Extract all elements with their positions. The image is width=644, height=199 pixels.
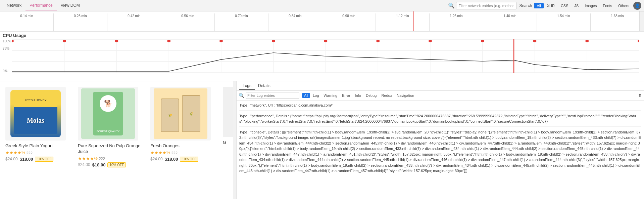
svg-point-17 bbox=[63, 40, 66, 42]
product-image-1: FRESH HONEY Moias bbox=[5, 87, 66, 141]
timeline-tick: 0.56 min bbox=[161, 13, 214, 31]
logs-btn-all[interactable]: All bbox=[302, 93, 310, 98]
svg-point-20 bbox=[219, 40, 223, 42]
logs-filter-bar: 🔍 All Log Warning Error Info Debug Redux… bbox=[237, 91, 644, 101]
main-content: FRESH HONEY Moias Greek Style Plain Yogu… bbox=[0, 81, 644, 199]
filter-btn-xhr[interactable]: XHR bbox=[544, 3, 557, 8]
search-label: Search bbox=[519, 3, 532, 8]
filter-btn-others[interactable]: Others bbox=[615, 3, 632, 8]
price-new-2: $18.00 bbox=[92, 162, 106, 167]
discount-badge-3: 10% OFF bbox=[180, 157, 198, 162]
timeline-tick: 1.40 min bbox=[483, 13, 537, 31]
product-card-3[interactable]: 🌾 🌾 Fresh Oranges ★★★★½ 222 $24.00 $18.0… bbox=[150, 87, 217, 162]
cpu-y-0: 0% bbox=[3, 69, 11, 73]
logs-btn-info[interactable]: Info bbox=[353, 93, 363, 98]
svg-point-26 bbox=[533, 40, 537, 42]
logs-btn-debug[interactable]: Debug bbox=[364, 93, 379, 98]
logs-btn-error[interactable]: Error bbox=[340, 93, 352, 98]
account-icon[interactable]: 👤 bbox=[633, 2, 641, 10]
search-icon-btn[interactable]: 🔍 bbox=[447, 1, 456, 10]
log-entry: Type : "performance", Details : {"name":… bbox=[239, 113, 641, 127]
timeline-tick: 0.84 min bbox=[268, 13, 322, 31]
product-card-2[interactable]: FOREST QUALITY 🐕 Pure Squeezed No Pulp O… bbox=[78, 87, 145, 167]
cpu-chart-svg bbox=[12, 39, 639, 73]
logs-tab-logs[interactable]: Logs bbox=[239, 82, 255, 90]
timeline-ticks: 0.14 min0.28 min0.42 min0.56 min0.70 min… bbox=[0, 11, 644, 31]
logs-btn-navigation[interactable]: Navigation bbox=[395, 93, 416, 98]
product-price-2: $24.00 $18.00 10% OFF bbox=[78, 162, 145, 167]
panel-scrollbar[interactable] bbox=[233, 81, 236, 199]
timeline-scrollbar[interactable] bbox=[639, 11, 644, 31]
top-toolbar: Network Performance View DOM 🔍 Search Al… bbox=[0, 0, 644, 11]
timeline-tick: 0.98 min bbox=[322, 13, 376, 31]
svg-point-21 bbox=[272, 40, 275, 42]
timeline-tick: 1.26 min bbox=[429, 13, 483, 31]
cpu-y-100: 100% bbox=[3, 39, 11, 43]
price-new-1: $18.00 bbox=[20, 157, 33, 162]
discount-badge-1: 10% OFF bbox=[35, 157, 53, 162]
product-name-1: Greek Style Plain Yogurt bbox=[5, 143, 72, 149]
svg-point-23 bbox=[376, 40, 380, 42]
log-entry: Type : "network", Url : "https://organic… bbox=[239, 103, 641, 111]
logs-header: Logs Details bbox=[237, 81, 644, 91]
logs-panel: Logs Details 🔍 All Log Warning Error Inf… bbox=[237, 81, 644, 199]
product-review-3: 222 bbox=[171, 151, 177, 155]
timeline-red-line bbox=[413, 11, 414, 31]
product-review-1: 222 bbox=[26, 151, 32, 155]
product-stars-2: ★★★★½ 222 bbox=[78, 156, 145, 161]
timeline-tick: 0.28 min bbox=[53, 13, 107, 31]
svg-point-25 bbox=[481, 40, 484, 42]
filter-buttons: Search All XHR CSS JS Images Fonts Other… bbox=[519, 3, 632, 8]
product-price-1: $24.00 $18.00 10% OFF bbox=[5, 157, 72, 162]
cpu-area: CPU Usage 100% 75% 0% bbox=[0, 32, 644, 81]
filter-btn-css[interactable]: CSS bbox=[558, 3, 571, 8]
product-card-1[interactable]: FRESH HONEY Moias Greek Style Plain Yogu… bbox=[5, 87, 72, 162]
product-name-2: Pure Squeezed No Pulp Orange Juice bbox=[78, 143, 145, 155]
filter-btn-images[interactable]: Images bbox=[582, 3, 599, 8]
tab-network[interactable]: Network bbox=[3, 1, 26, 10]
network-filter-input[interactable] bbox=[456, 2, 516, 9]
svg-point-16 bbox=[12, 40, 14, 42]
filter-btn-all[interactable]: All bbox=[534, 3, 543, 8]
logs-filter-buttons: All Log Warning Error Info Debug Redux N… bbox=[302, 93, 416, 98]
tab-viewdom[interactable]: View DOM bbox=[57, 1, 84, 10]
price-old-3: $24.00 bbox=[150, 157, 163, 161]
svg-point-22 bbox=[324, 40, 328, 42]
product-price-3: $24.00 $18.00 10% OFF bbox=[150, 157, 217, 162]
price-old-2: $24.00 bbox=[78, 162, 90, 167]
logs-btn-warning[interactable]: Warning bbox=[322, 93, 340, 98]
svg-point-27 bbox=[585, 40, 589, 42]
timeline-area: 0.14 min0.28 min0.42 min0.56 min0.70 min… bbox=[0, 11, 644, 32]
svg-point-18 bbox=[115, 40, 118, 42]
product-image-3: 🌾 🌾 bbox=[150, 87, 211, 141]
svg-point-24 bbox=[429, 40, 432, 42]
timeline-tick: 1.68 min bbox=[590, 13, 644, 31]
logs-btn-log[interactable]: Log bbox=[311, 93, 321, 98]
price-old-1: $24.00 bbox=[5, 157, 18, 161]
logs-btn-redux[interactable]: Redux bbox=[379, 93, 394, 98]
filter-btn-js[interactable]: JS bbox=[572, 3, 582, 8]
product-stars-3: ★★★★½ 222 bbox=[150, 150, 217, 155]
product-stars-1: ★★★★½ 222 bbox=[5, 150, 72, 155]
svg-point-28 bbox=[638, 40, 639, 42]
product-name-3: Fresh Oranges bbox=[150, 143, 217, 149]
log-entry: Type : "console", Details : [[[{"element… bbox=[239, 129, 641, 176]
svg-point-19 bbox=[167, 40, 170, 42]
cpu-y-labels: 100% 75% 0% bbox=[3, 39, 11, 73]
tab-performance[interactable]: Performance bbox=[26, 1, 57, 10]
timeline-tick: 0.42 min bbox=[107, 13, 161, 31]
logs-tab-details[interactable]: Details bbox=[255, 82, 274, 90]
yogurt-image: FRESH HONEY Moias bbox=[10, 90, 61, 137]
product-image-2: FOREST QUALITY 🐕 bbox=[78, 87, 138, 141]
product-review-2: 222 bbox=[99, 157, 105, 161]
timeline-tick: 0.70 min bbox=[214, 13, 268, 31]
timeline-tick: 1.54 min bbox=[537, 13, 590, 31]
filter-btn-fonts[interactable]: Fonts bbox=[600, 3, 615, 8]
cpu-title: CPU Usage bbox=[0, 32, 644, 39]
products-panel: FRESH HONEY Moias Greek Style Plain Yogu… bbox=[0, 81, 237, 199]
cpu-y-75: 75% bbox=[3, 47, 9, 50]
timeline-tick: 1.12 min bbox=[376, 13, 429, 31]
timeline-tick: 0.14 min bbox=[0, 13, 53, 31]
logs-export-icon[interactable]: ⬆ bbox=[638, 93, 642, 98]
logs-filter-input[interactable] bbox=[246, 92, 299, 99]
